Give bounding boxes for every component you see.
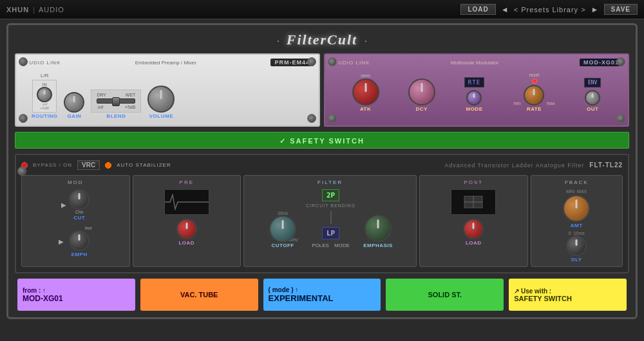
wet-label: WET — [126, 93, 136, 97]
dly-label: DLY — [571, 257, 582, 263]
poles-value[interactable]: 2P — [322, 189, 339, 201]
main-wrapper: · FilterCult · STUDIO LINK Embedded Prea… — [6, 23, 638, 319]
post-load-label: LOAD — [466, 240, 482, 246]
chn-label: Chn — [75, 210, 84, 214]
pre-load-knob[interactable] — [176, 219, 197, 239]
pre-section-label: PRE — [180, 180, 194, 185]
sticky-safety-line1: ↗ Use with : — [514, 288, 621, 295]
filter-module: BYPASS / ON VRC AUTO STABILIZER Advanced… — [15, 154, 629, 273]
vrc-label: VRC — [77, 160, 100, 170]
dly-time-label: 10ms — [574, 231, 585, 235]
auto-stab-label: AUTO STABILIZER — [117, 162, 171, 168]
volume-knob[interactable] — [147, 86, 175, 113]
dcy-group: DCY — [408, 78, 435, 112]
screw-bl — [19, 114, 28, 123]
save-button[interactable]: SAVE — [604, 4, 638, 15]
filter-screw-l — [17, 167, 26, 176]
mode-value[interactable]: LP — [322, 227, 339, 239]
title-right-dots: · — [365, 35, 367, 46]
dly-knob[interactable] — [566, 235, 587, 256]
brand-area: XHUN | AUDIO — [6, 6, 64, 14]
title-left-dots: · — [277, 35, 279, 46]
cut-label: CUT — [73, 215, 85, 221]
pre-waveform-svg — [165, 190, 209, 214]
filter-desc: Advanced Transistor Ladder Analogue Filt… — [444, 162, 584, 169]
volume-label: VOLUME — [149, 113, 173, 119]
emphasis-knob[interactable] — [365, 215, 392, 242]
plus-volume-label: +5dB — [125, 105, 136, 109]
blend-slider[interactable] — [97, 98, 135, 104]
amt-group: AMT — [563, 195, 590, 228]
out-env-group: ENV OUT — [584, 78, 601, 112]
fback-max-label: MAX — [577, 189, 587, 194]
out-knob[interactable] — [585, 90, 600, 106]
plugin-title-area: · FilterCult · — [15, 32, 629, 48]
mode-knob[interactable] — [466, 90, 482, 106]
post-load-knob[interactable] — [463, 219, 484, 239]
atk-knob[interactable] — [352, 78, 379, 106]
cut-knob[interactable] — [69, 189, 90, 210]
blend-label: BLEND — [106, 113, 126, 119]
out-label-r: OUT — [587, 106, 598, 112]
in-label: IN — [43, 82, 47, 87]
amt-label: AMT — [571, 223, 583, 228]
reset-label: reset — [529, 73, 540, 77]
sticky-from-line1: from : ↑ — [23, 287, 130, 294]
next-preset-button[interactable]: ► — [591, 5, 599, 14]
module-prm-em44: STUDIO LINK Embedded Preamp / Mixer PRM-… — [15, 53, 320, 127]
cutoff-label: CUTOFF — [271, 243, 294, 248]
sens-label: sens — [361, 73, 370, 78]
sticky-solid-label: SOLID ST. — [428, 291, 462, 299]
safety-switch-label: ✓ SAFETY SWITCH — [279, 137, 365, 145]
emphasis-label: EMPHASIS — [363, 243, 393, 248]
preset-controls: LOAD ◄ < Presets Library > ► SAVE — [460, 4, 638, 15]
presets-label[interactable]: < Presets Library > — [514, 6, 586, 14]
pre-load-group: LOAD — [176, 219, 197, 246]
screw-tr-r — [616, 57, 625, 66]
freq-low: 20Hz — [278, 211, 288, 216]
filter-section-post: POST LOAD — [419, 175, 528, 267]
cutoff-group: 20Hz 20kHz CUTOFF — [267, 211, 298, 248]
dry-label: DRY — [97, 93, 106, 97]
atk-group: sens ATK — [352, 73, 379, 112]
dcy-knob[interactable] — [408, 78, 435, 106]
pre-load-label: LOAD — [178, 240, 194, 246]
modules-row: STUDIO LINK Embedded Preamp / Mixer PRM-… — [15, 53, 629, 127]
fback-section-label: FBACK — [565, 180, 589, 185]
routing-label: ROUTING — [32, 113, 57, 119]
atk-label: ATK — [360, 106, 371, 112]
volume-group: VOLUME — [147, 86, 175, 119]
pre-wave-display — [164, 189, 209, 215]
filter-section-label: FILTER — [317, 180, 343, 185]
circuit-bending-label: CIRCUIT BENDING — [306, 203, 355, 208]
screw-br — [307, 114, 316, 123]
brand-name: XHUN — [6, 6, 29, 14]
routing-knob[interactable] — [37, 87, 52, 102]
mode-label-f: MODE — [334, 243, 350, 248]
emph-label: EMPH — [71, 252, 88, 257]
rate-label: RATE — [527, 106, 542, 112]
post-section-label: POST — [464, 180, 483, 185]
sticky-mode-line2: EXPERIMENTAL — [269, 293, 376, 303]
invr-label: Invr — [84, 226, 92, 230]
prev-preset-button[interactable]: ◄ — [501, 5, 509, 14]
amt-knob[interactable] — [563, 195, 590, 222]
sticky-from-line2: MOD-XG01 — [23, 294, 130, 303]
rate-knob[interactable] — [524, 85, 544, 106]
module-right-controls: sens ATK DCY RTE MODE reset — [330, 70, 623, 115]
safety-switch-bar[interactable]: ✓ SAFETY SWITCH — [15, 132, 629, 149]
arrow-emph: ▶ — [59, 238, 64, 245]
poles-label: POLES — [312, 243, 329, 248]
emph-knob[interactable] — [69, 230, 90, 251]
rte-mode-group: RTE MODE — [464, 77, 484, 112]
dly-group: DLY — [566, 235, 587, 263]
env-display: ENV — [584, 78, 601, 88]
bypass-label[interactable]: BYPASS / ON — [33, 162, 72, 168]
sticky-safety-note: ↗ Use with : SAFETY SWITCH — [509, 279, 627, 311]
poles-mode-area: 2P CIRCUIT BENDING LP POLES MODE — [306, 189, 355, 248]
cutoff-knob[interactable] — [269, 216, 296, 243]
load-button[interactable]: LOAD — [460, 4, 495, 15]
post-load-group: LOAD — [463, 219, 484, 246]
gain-group: GAIN — [64, 92, 84, 119]
gain-knob[interactable] — [64, 92, 84, 113]
